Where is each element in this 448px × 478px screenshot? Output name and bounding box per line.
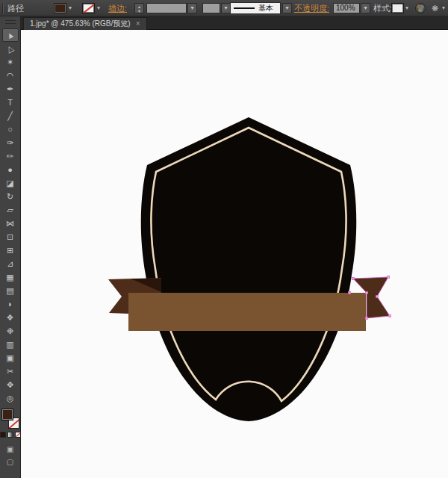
lasso-tool[interactable]: ◠ bbox=[2, 69, 19, 82]
magic-wand-tool[interactable]: ✶ bbox=[2, 55, 19, 69]
paint-mode-buttons bbox=[0, 432, 21, 438]
rotate-tool[interactable]: ↻ bbox=[2, 190, 19, 203]
stroke-color-swatch[interactable] bbox=[82, 3, 95, 13]
scale-tool[interactable]: ▱ bbox=[2, 203, 19, 217]
brush-definition-input[interactable] bbox=[202, 3, 220, 13]
graphic-style-swatch[interactable] bbox=[391, 3, 404, 13]
pen-tool[interactable]: ✒ bbox=[2, 82, 19, 96]
document-tab-bar: 1.jpg* @ 475.63% (RGB/预览) × bbox=[21, 16, 448, 30]
stroke-weight-stepper[interactable]: ▴ ▾ bbox=[134, 3, 144, 13]
drawing-mode-icon[interactable]: ▣ bbox=[7, 444, 13, 455]
hand-tool[interactable]: ✥ bbox=[2, 378, 19, 391]
anchor-point[interactable] bbox=[365, 317, 367, 319]
artboard-tool[interactable]: ▣ bbox=[2, 351, 19, 364]
paintbrush-tool[interactable]: ✑ bbox=[2, 136, 19, 149]
tab-close-icon[interactable]: × bbox=[136, 20, 140, 28]
panel-options-chevron-down-icon[interactable]: ▾ bbox=[442, 0, 445, 16]
slice-tool[interactable]: ✂ bbox=[2, 364, 19, 378]
ellipse-tool[interactable]: ○ bbox=[2, 122, 19, 136]
document-tab[interactable]: 1.jpg* @ 475.63% (RGB/预览) × bbox=[23, 17, 147, 30]
anchor-point[interactable] bbox=[365, 291, 367, 294]
opacity-input[interactable]: 100% bbox=[333, 3, 360, 13]
mesh-tool[interactable]: ▦ bbox=[2, 270, 19, 284]
anchor-point[interactable] bbox=[348, 291, 350, 294]
blend-tool[interactable]: ❖ bbox=[2, 311, 19, 324]
illustrator-window: 路径 ▾ ▾ 描边: ▴ ▾ ▾ ▾ 基本 ▾ 不透明度: 100% ▾ 样式:… bbox=[0, 0, 448, 478]
document-tab-title: 1.jpg* @ 475.63% (RGB/预览) bbox=[30, 19, 131, 29]
opacity-link[interactable]: 不透明度: bbox=[294, 0, 329, 16]
anchor-point[interactable] bbox=[387, 276, 389, 278]
line-segment-tool[interactable]: ╱ bbox=[2, 109, 19, 122]
opacity-chevron-down-icon[interactable]: ▾ bbox=[361, 3, 370, 13]
style-label: 样式: bbox=[373, 0, 392, 16]
stroke-style-select[interactable]: 基本 bbox=[230, 2, 281, 14]
control-bar-grip bbox=[2, 3, 4, 13]
free-transform-tool[interactable]: ⊡ bbox=[2, 230, 19, 243]
stroke-style-value: 基本 bbox=[258, 3, 273, 13]
ribbon-banner[interactable] bbox=[128, 293, 366, 331]
panel-options-icon[interactable]: ❋ bbox=[432, 0, 438, 16]
none-mode-button[interactable] bbox=[15, 432, 21, 438]
pencil-tool[interactable]: ✏ bbox=[2, 149, 19, 163]
recolor-artwork-icon[interactable] bbox=[415, 3, 426, 13]
fill-swatch[interactable] bbox=[1, 409, 13, 420]
gradient-mode-button[interactable] bbox=[7, 432, 13, 438]
anchor-point[interactable] bbox=[352, 277, 354, 279]
fill-color-swatch[interactable] bbox=[54, 3, 66, 13]
style-chevron-down-icon[interactable]: ▾ bbox=[405, 0, 408, 16]
stroke-swatch-chevron-down-icon[interactable]: ▾ bbox=[97, 0, 100, 16]
stroke-weight-input[interactable] bbox=[146, 3, 187, 13]
selection-tool[interactable]: ▲ bbox=[2, 28, 19, 42]
zoom-tool[interactable]: ◎ bbox=[2, 391, 19, 405]
stroke-weight-chevron-down-icon[interactable]: ▾ bbox=[187, 3, 197, 13]
canvas-area[interactable] bbox=[21, 30, 448, 478]
column-graph-tool[interactable]: ▥ bbox=[2, 338, 19, 351]
stroke-preview-line-icon bbox=[234, 7, 255, 9]
control-bar: 路径 ▾ ▾ 描边: ▴ ▾ ▾ ▾ 基本 ▾ 不透明度: 100% ▾ 样式:… bbox=[0, 0, 448, 16]
stepper-down-icon[interactable]: ▾ bbox=[135, 9, 143, 13]
eyedropper-tool[interactable]: ◗ bbox=[2, 297, 19, 311]
anchor-point[interactable] bbox=[388, 314, 391, 317]
blob-brush-tool[interactable]: ● bbox=[2, 163, 19, 176]
stroke-style-chevron-down-icon[interactable]: ▾ bbox=[282, 3, 292, 13]
screen-mode-icon[interactable]: ▢ bbox=[7, 456, 13, 468]
eraser-tool[interactable]: ◪ bbox=[2, 176, 19, 190]
artwork bbox=[21, 30, 448, 478]
symbol-sprayer-tool[interactable]: ❉ bbox=[2, 324, 19, 338]
gradient-tool[interactable]: ▤ bbox=[2, 284, 19, 297]
fill-stroke-indicator[interactable] bbox=[1, 409, 19, 429]
stroke-link[interactable]: 描边: bbox=[108, 0, 127, 16]
perspective-grid-tool[interactable]: ⊿ bbox=[2, 257, 19, 270]
fill-swatch-chevron-down-icon[interactable]: ▾ bbox=[69, 0, 72, 16]
type-tool[interactable]: T bbox=[2, 96, 19, 109]
tools-panel-grip[interactable] bbox=[5, 20, 16, 24]
direct-selection-tool[interactable]: △ bbox=[2, 42, 19, 55]
selection-type-label: 路径 bbox=[7, 0, 24, 16]
color-mode-button[interactable] bbox=[0, 432, 6, 438]
tools-panel: ▲ △ ✶ ◠ ✒ T ╱ ○ ✑ ✏ ● ◪ ↻ ▱ ⋈ ⊡ ⊞ ⊿ ▦ ▤ … bbox=[0, 16, 21, 478]
shape-builder-tool[interactable]: ⊞ bbox=[2, 243, 19, 257]
width-tool[interactable]: ⋈ bbox=[2, 217, 19, 230]
anchor-point[interactable] bbox=[376, 295, 378, 297]
